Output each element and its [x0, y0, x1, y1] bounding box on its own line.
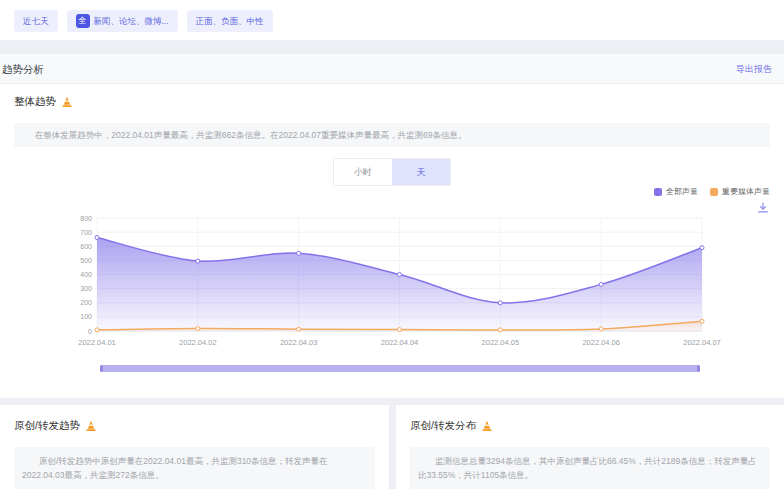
card2-summary: 监测信息总量3294条信息，其中原创声量占比66.45%，共计2189条信息；转… [410, 447, 770, 489]
overall-trend-title: 整体趋势 [14, 95, 73, 109]
chip-sources-label: 新闻、论坛、微博... [94, 17, 169, 26]
svg-text:100: 100 [80, 313, 92, 320]
granularity-tabs: 小时 天 [333, 158, 451, 186]
chip-date-range[interactable]: 近七天 [14, 10, 58, 32]
chip-date-range-label: 近七天 [23, 17, 49, 26]
legend-item-media-volume[interactable]: 重要媒体声量 [710, 186, 770, 197]
card1-title-text: 原创/转发趋势 [14, 419, 80, 433]
filter-bar: 近七天 全 新闻、论坛、微博... 正面、负面、中性 [0, 0, 784, 40]
legend-label-all: 全部声量 [666, 186, 698, 197]
card-original-repost-distribution: 原创/转发分布 监测信息总量3294条信息，其中原创声量占比66.45%，共计2… [396, 405, 784, 489]
svg-text:2022.04.04: 2022.04.04 [381, 338, 419, 347]
svg-text:700: 700 [80, 229, 92, 236]
legend-swatch-media [710, 188, 718, 196]
panel-header: 趋势分析 导出报告 [0, 54, 784, 84]
trend-chart[interactable]: 01002003004005006007008002022.04.012022.… [85, 211, 715, 353]
cone-icon [85, 420, 97, 432]
cone-icon [61, 96, 73, 108]
svg-text:200: 200 [80, 299, 92, 306]
all-sources-icon: 全 [76, 14, 90, 28]
zoom-handle-left[interactable] [100, 365, 103, 372]
card1-summary: 原创/转发趋势中原创声量在2022.04.01最高，共监测310条信息；转发声量… [14, 447, 375, 489]
card-original-repost-trend: 原创/转发趋势 原创/转发趋势中原创声量在2022.04.01最高，共监测310… [0, 405, 389, 489]
dashboard-page: 近七天 全 新闻、论坛、微博... 正面、负面、中性 趋势分析 导出报告 整体趋… [0, 0, 784, 489]
chip-sentiment-label: 正面、负面、中性 [196, 17, 264, 26]
chart-legend: 全部声量 重要媒体声量 [654, 186, 770, 197]
cone-icon [481, 420, 493, 432]
svg-text:2022.04.07: 2022.04.07 [683, 338, 721, 347]
legend-swatch-all [654, 188, 662, 196]
svg-text:0: 0 [88, 328, 92, 335]
svg-text:2022.04.05: 2022.04.05 [482, 338, 520, 347]
zoom-handle-right[interactable] [697, 365, 700, 372]
page-title: 趋势分析 [2, 63, 44, 77]
svg-text:600: 600 [80, 243, 92, 250]
trend-analysis-panel: 趋势分析 导出报告 整体趋势 在整体发展趋势中，2022.04.01声量最高，共… [0, 54, 784, 398]
export-report-link[interactable]: 导出报告 [736, 63, 772, 76]
svg-text:2022.04.06: 2022.04.06 [582, 338, 620, 347]
bottom-cards: 原创/转发趋势 原创/转发趋势中原创声量在2022.04.01最高，共监测310… [0, 405, 784, 489]
overall-trend-summary: 在整体发展趋势中，2022.04.01声量最高，共监测662条信息。在2022.… [14, 123, 770, 147]
svg-text:400: 400 [80, 271, 92, 278]
legend-label-media: 重要媒体声量 [722, 186, 770, 197]
chip-sentiment[interactable]: 正面、负面、中性 [187, 10, 273, 32]
trend-chart-svg: 01002003004005006007008002022.04.012022.… [85, 211, 715, 353]
card2-title: 原创/转发分布 [410, 419, 493, 433]
tab-hour[interactable]: 小时 [334, 159, 392, 185]
tab-day[interactable]: 天 [392, 159, 450, 185]
filter-chips: 近七天 全 新闻、论坛、微博... 正面、负面、中性 [14, 10, 273, 32]
svg-text:2022.04.02: 2022.04.02 [179, 338, 217, 347]
download-chart-icon[interactable] [756, 201, 770, 215]
chart-zoom-slider[interactable] [100, 365, 700, 372]
svg-text:2022.04.03: 2022.04.03 [280, 338, 318, 347]
svg-text:500: 500 [80, 257, 92, 264]
svg-text:300: 300 [80, 285, 92, 292]
card1-title: 原创/转发趋势 [14, 419, 97, 433]
legend-item-all-volume[interactable]: 全部声量 [654, 186, 698, 197]
chip-sources[interactable]: 全 新闻、论坛、微博... [67, 10, 178, 32]
svg-text:2022.04.01: 2022.04.01 [78, 338, 116, 347]
overall-trend-title-text: 整体趋势 [14, 95, 56, 109]
card2-title-text: 原创/转发分布 [410, 419, 476, 433]
svg-text:800: 800 [80, 215, 92, 222]
